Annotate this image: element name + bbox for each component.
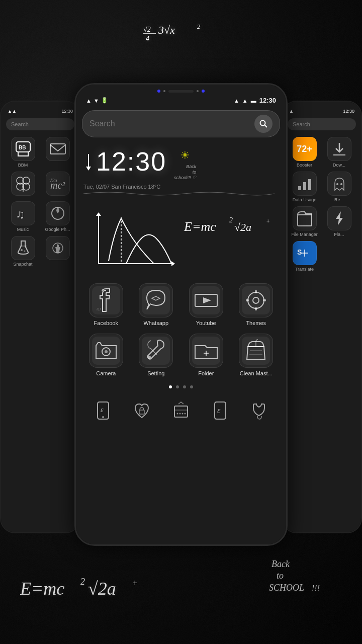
svg-text:E=mc: E=mc (184, 219, 216, 234)
svg-rect-56 (246, 299, 249, 301)
re-label: Re... (334, 197, 344, 202)
svg-point-33 (336, 183, 338, 185)
svg-text:+: + (266, 218, 270, 225)
left-search-text: Search (11, 121, 29, 127)
bbm-icon: BB (11, 137, 35, 161)
left-app-papers[interactable]: mc² √2a (42, 172, 73, 197)
download-label: Dow... (333, 163, 345, 168)
googleph-label: Google Ph... (45, 227, 70, 232)
status-bar: ▲ ▼ 🔋 ▲ ▲ ▬ 12:30 (76, 93, 286, 106)
app-camera[interactable]: Camera (83, 334, 129, 376)
clock-display: 12:30 (96, 146, 166, 177)
right-app-flash[interactable]: Fla... (324, 206, 354, 237)
search-input[interactable] (89, 119, 254, 128)
right-app-re[interactable]: Re... (324, 172, 354, 202)
dot-4[interactable] (190, 385, 193, 388)
svg-text:2: 2 (229, 216, 233, 224)
date-bar: Tue, 02/07 San Francisco 18°C (76, 183, 286, 201)
left-app-mail[interactable] (42, 137, 73, 168)
right-app-download[interactable]: Dow... (324, 137, 354, 168)
svg-text:♫: ♫ (16, 207, 25, 221)
svg-text:4: 4 (146, 35, 149, 42)
blank-icon (327, 241, 351, 265)
search-button[interactable] (254, 115, 273, 133)
right-search-bar[interactable]: Search (288, 118, 356, 130)
svg-line-38 (265, 125, 267, 128)
app-whatsapp[interactable]: Whatsapp (134, 283, 179, 326)
bottom-dock: ε (76, 392, 286, 429)
svg-text:to: to (277, 571, 284, 581)
right-app-translate[interactable]: S Translate (289, 241, 320, 272)
svg-point-75 (179, 413, 180, 415)
left-app-snapchat[interactable]: Snapchat (8, 236, 38, 267)
app-cleanmaster[interactable]: Clean Mast... (234, 334, 279, 376)
page-dots (76, 381, 286, 392)
booster-label: Booster (297, 163, 312, 168)
search-bar[interactable] (82, 110, 280, 137)
phone-center: ▲ ▼ 🔋 ▲ ▲ ▬ 12:30 (74, 83, 288, 546)
dot-2[interactable] (176, 385, 179, 388)
app-themes[interactable]: Themes (234, 283, 279, 326)
math-drawing-area: E=mc 2 √2a + (76, 201, 286, 278)
svg-text:3√x: 3√x (158, 24, 175, 36)
dock-phone[interactable]: ε (90, 397, 116, 424)
svg-rect-54 (255, 290, 257, 293)
youtube-icon (189, 283, 223, 317)
status-time: 12:30 (259, 97, 276, 104)
google-photos-icon (46, 201, 70, 225)
math-chart-svg: E=mc 2 √2a + (83, 203, 280, 274)
right-app-booster[interactable]: 72+ Booster (289, 137, 320, 168)
battery-icon-right: ▬ (251, 98, 256, 104)
right-app-grid: 72+ Booster Dow... (285, 133, 358, 276)
music-label: Music (17, 227, 29, 232)
app-youtube[interactable]: Youtube (184, 283, 229, 326)
svg-text:E=mc: E=mc (20, 579, 64, 599)
svg-point-74 (176, 413, 178, 415)
left-app-music[interactable]: ♫ Music (8, 201, 38, 232)
clock-right: ☀ Backtoschool!!! ♡ (174, 146, 196, 180)
snapchat-label: Snapchat (13, 262, 32, 267)
svg-text:♫♪: ♫♪ (96, 307, 101, 311)
svg-text:√2a: √2a (88, 579, 116, 599)
dock-mail[interactable]: ε (207, 397, 233, 424)
svg-text:+: + (132, 578, 138, 588)
left-status-bar: ▲▲ 12:30 (4, 107, 77, 116)
download-icon (327, 137, 351, 161)
dock-box[interactable] (168, 397, 194, 424)
app-facebook[interactable]: ♫♪ Facebook (83, 283, 129, 326)
svg-point-34 (340, 183, 342, 185)
svg-text:2: 2 (80, 577, 85, 587)
svg-text:ε: ε (101, 406, 104, 414)
right-app-filemanager[interactable]: File Manager (289, 206, 320, 237)
clock-section: 12:30 ☀ Backtoschool!!! ♡ (76, 141, 286, 183)
dock-heart[interactable] (129, 397, 155, 424)
left-search-bar[interactable]: Search (6, 118, 74, 130)
left-app-googleph[interactable]: Google Ph... (42, 201, 73, 232)
dock-person[interactable] (246, 397, 272, 424)
dot-3[interactable] (183, 385, 186, 388)
app-settings[interactable]: Setting (134, 334, 179, 376)
svg-rect-61 (142, 337, 170, 365)
app-folder[interactable]: Folder (184, 334, 229, 376)
svg-text:!!!: !!! (312, 584, 320, 592)
left-app-bbm[interactable]: BB BBM (8, 137, 38, 168)
app-grid-row1: ♫♪ Facebook (76, 278, 286, 331)
re-icon (327, 172, 351, 196)
dot-1[interactable] (169, 385, 172, 388)
svg-rect-30 (298, 186, 301, 190)
left-app-clover[interactable] (8, 172, 38, 197)
arrow-decoration (83, 151, 94, 172)
camera-label: Camera (96, 370, 116, 376)
translate-icon: S (293, 241, 317, 265)
right-search-text: Search (293, 121, 310, 127)
svg-point-37 (260, 121, 265, 126)
settings-label: Setting (147, 370, 164, 376)
svg-text:S: S (297, 248, 302, 256)
left-app-tracker[interactable] (42, 236, 73, 267)
back-to-school-text: Back to SCHOOL !!! (266, 554, 337, 614)
wave-decoration (83, 190, 275, 197)
file-manager-label: File Manager (291, 232, 318, 237)
translate-label: Translate (295, 267, 314, 272)
right-app-datausage[interactable]: Data Usage (289, 172, 320, 202)
flash-icon (327, 206, 351, 230)
